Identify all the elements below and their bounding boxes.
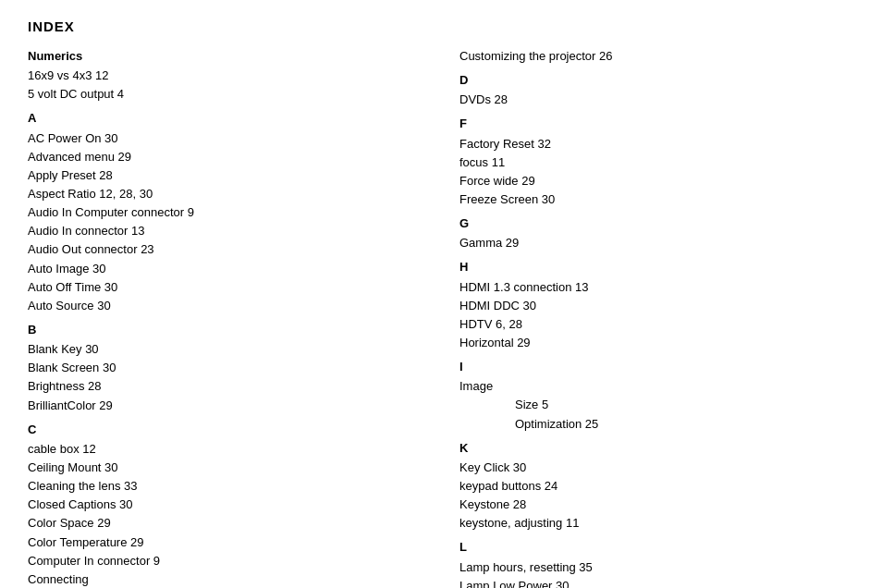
section-header: K [459, 439, 854, 458]
index-entry: 5 volt DC output 4 [28, 85, 423, 104]
index-entry: Keystone 28 [459, 496, 854, 514]
section-header: I [459, 358, 854, 376]
index-entry: Ceiling Mount 30 [28, 459, 423, 477]
section-header: D [459, 71, 854, 90]
right-column: Customizing the projector 26DDVDs 28FFac… [459, 47, 854, 588]
index-entry: Auto Image 30 [28, 260, 423, 278]
index-entry: Force wide 29 [459, 172, 854, 190]
section-header: F [459, 115, 854, 133]
index-entry: Lamp Low Power 30 [459, 577, 854, 588]
index-entry: Customizing the projector 26 [459, 47, 854, 66]
left-column: Numerics16x9 vs 4x3 125 volt DC output 4… [28, 47, 423, 588]
index-entry: keystone, adjusting 11 [459, 514, 854, 533]
index-entry: DVDs 28 [459, 91, 854, 109]
index-entry: Audio Out connector 23 [28, 240, 423, 259]
index-entry: keypad buttons 24 [459, 477, 854, 496]
index-entry: Freeze Screen 30 [459, 190, 854, 209]
index-entry: Lamp hours, resetting 35 [459, 558, 854, 577]
index-entry: 16x9 vs 4x3 12 [28, 67, 423, 85]
index-entry: Computer In connector 9 [28, 552, 423, 570]
index-entry: Aspect Ratio 12, 28, 30 [28, 185, 423, 203]
page-title: INDEX [28, 18, 854, 34]
index-entry: AC Power On 30 [28, 129, 423, 148]
section-header: A [28, 109, 423, 128]
index-entry: HDMI 1.3 connection 13 [459, 278, 854, 297]
index-entry: Audio In Computer connector 9 [28, 203, 423, 222]
section-header: C [28, 421, 423, 439]
index-entry: Closed Captions 30 [28, 496, 423, 514]
index-entry: focus 11 [459, 153, 854, 172]
index-entry: Apply Preset 28 [28, 166, 423, 185]
section-header: Numerics [28, 47, 423, 66]
index-entry: Auto Source 30 [28, 297, 423, 315]
index-entry: Horizontal 29 [459, 334, 854, 352]
index-entry: Blank Key 30 [28, 340, 423, 359]
index-entry: Image [459, 377, 854, 396]
index-entry: Optimization 25 [459, 415, 854, 434]
index-entry: Auto Off Time 30 [28, 278, 423, 297]
index-entry: Advanced menu 29 [28, 148, 423, 166]
index-entry: cable box 12 [28, 440, 423, 459]
index-entry: Key Click 30 [459, 459, 854, 477]
index-entry: BrilliantColor 29 [28, 397, 423, 415]
section-header: H [459, 258, 854, 276]
section-header: L [459, 538, 854, 557]
index-entry: Color Temperature 29 [28, 533, 423, 552]
index-entry: HDTV 6, 28 [459, 315, 854, 334]
index-entry: Gamma 29 [459, 234, 854, 252]
index-entry: Blank Screen 30 [28, 359, 423, 377]
section-header: G [459, 214, 854, 233]
index-entry: Brightness 28 [28, 377, 423, 396]
index-entry: Size 5 [459, 396, 854, 414]
section-header: B [28, 321, 423, 339]
index-entry: Color Space 29 [28, 514, 423, 533]
index-entry: Cleaning the lens 33 [28, 477, 423, 496]
index-entry: Audio In connector 13 [28, 222, 423, 240]
index-entry: HDMI DDC 30 [459, 297, 854, 315]
index-entry: Connecting [28, 570, 423, 588]
index-entry: Factory Reset 32 [459, 135, 854, 153]
